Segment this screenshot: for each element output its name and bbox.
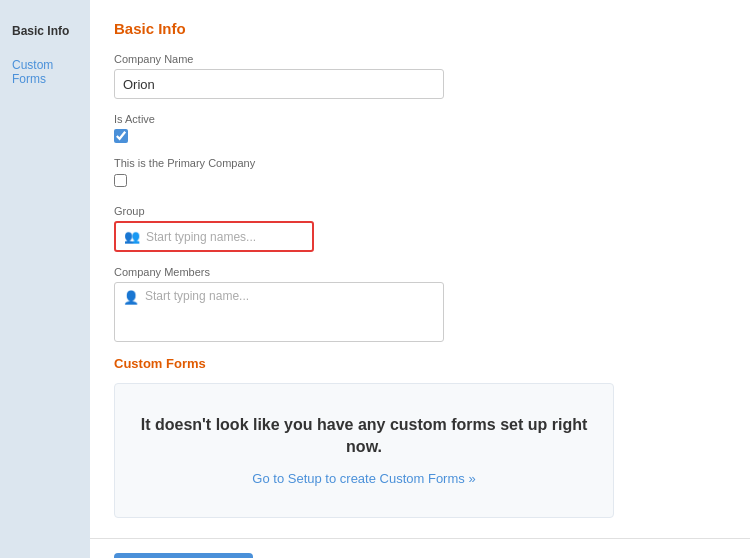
company-name-input[interactable]: [114, 69, 444, 99]
primary-company-label: This is the Primary Company: [114, 157, 726, 169]
company-name-label: Company Name: [114, 53, 726, 65]
custom-forms-empty-text: It doesn't look like you have any custom…: [135, 414, 593, 459]
sidebar-item-custom-forms[interactable]: Custom Forms: [0, 50, 90, 94]
company-members-group: Company Members 👤 Start typing name...: [114, 266, 726, 342]
is-active-label: Is Active: [114, 113, 155, 125]
main-content: Basic Info Company Name Is Active This i…: [90, 0, 750, 558]
company-members-box[interactable]: 👤 Start typing name...: [114, 282, 444, 342]
group-icon: 👥: [124, 229, 140, 244]
sidebar-item-basic-info[interactable]: Basic Info: [0, 16, 90, 46]
company-name-group: Company Name: [114, 53, 726, 99]
create-company-button[interactable]: Create Company: [114, 553, 253, 558]
is-active-checkbox-row: [114, 129, 726, 143]
primary-company-group: This is the Primary Company: [114, 157, 726, 191]
sidebar: Basic Info Custom Forms: [0, 0, 90, 558]
company-members-label: Company Members: [114, 266, 726, 278]
group-placeholder: Start typing names...: [146, 230, 256, 244]
is-active-row: Is Active: [114, 113, 726, 125]
form-area: Basic Info Company Name Is Active This i…: [90, 0, 750, 538]
group-group: Group 👥 Start typing names...: [114, 205, 726, 252]
custom-forms-section: Custom Forms It doesn't look like you ha…: [114, 356, 726, 518]
primary-company-checkbox[interactable]: [114, 174, 127, 187]
footer-bar: Create Company Cancel: [90, 538, 750, 558]
member-placeholder: Start typing name...: [145, 289, 249, 303]
is-active-checkbox[interactable]: [114, 129, 128, 143]
group-field-wrapper[interactable]: 👥 Start typing names...: [114, 221, 314, 252]
custom-forms-label: Custom Forms: [114, 356, 726, 371]
custom-forms-setup-link[interactable]: Go to Setup to create Custom Forms »: [252, 471, 475, 486]
custom-forms-empty-box: It doesn't look like you have any custom…: [114, 383, 614, 518]
member-icon: 👤: [123, 290, 139, 305]
section-title: Basic Info: [114, 20, 726, 37]
group-label: Group: [114, 205, 726, 217]
